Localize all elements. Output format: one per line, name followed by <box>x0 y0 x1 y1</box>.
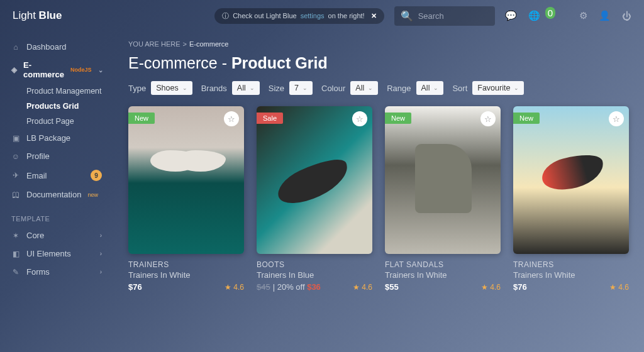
sidebar-icon: ✎ <box>11 268 20 277</box>
product-image: New ☆ <box>128 106 244 254</box>
close-icon[interactable]: ✕ <box>371 12 377 20</box>
filter-label: Type <box>128 84 146 93</box>
topbar: Light Blue ⓘ Check out Light Blue settin… <box>0 0 644 31</box>
search-icon: 🔍 <box>401 10 413 22</box>
product-card[interactable]: New ☆ TRAINERS Trainers In White $76 ★ 4… <box>128 106 244 292</box>
chevron-down-icon: ⌄ <box>514 85 519 91</box>
filter-select-range[interactable]: All⌄ <box>416 81 444 95</box>
filter-select-size[interactable]: 7⌄ <box>289 81 313 95</box>
sidebar: ⌂Dashboard◈E-commerceNodeJS⌄Product Mana… <box>0 31 113 352</box>
filter-select-brands[interactable]: All⌄ <box>232 81 260 95</box>
breadcrumb: YOU ARE HERE>E-commerce <box>128 40 629 48</box>
filter-label: Colour <box>321 84 345 93</box>
sidebar-item-documentation[interactable]: 🕮Documentationnew <box>0 185 113 204</box>
filter-label: Brands <box>201 84 227 93</box>
filter-select-sort[interactable]: Favourite⌄ <box>472 81 524 95</box>
notification-pill: ⓘ Check out Light Blue settings on the r… <box>214 8 384 24</box>
product-card[interactable]: New ☆ TRAINERS Trainers In White $76 ★ 4… <box>513 106 629 292</box>
sidebar-item-dashboard[interactable]: ⌂Dashboard <box>0 38 113 56</box>
product-card[interactable]: New ☆ FLAT SANDALS Trainers In White $55… <box>385 106 501 292</box>
filter-label: Range <box>387 84 411 93</box>
sidebar-icon: ✶ <box>11 231 20 240</box>
sidebar-item-email[interactable]: ✈Email9 <box>0 165 113 185</box>
chevron-down-icon: ⌄ <box>182 85 187 91</box>
product-grid: New ☆ TRAINERS Trainers In White $76 ★ 4… <box>128 106 629 292</box>
product-name: Trainers In White <box>128 270 244 280</box>
favorite-button[interactable]: ☆ <box>352 111 367 126</box>
product-tag: New <box>128 113 155 124</box>
product-name: Trainers In Blue <box>257 270 372 280</box>
product-rating: ★ 4.6 <box>481 283 501 292</box>
product-category: TRAINERS <box>128 260 244 269</box>
sidebar-sub-product-management[interactable]: Product Management <box>0 84 113 99</box>
info-icon: ⓘ <box>222 11 229 21</box>
product-tag: Sale <box>257 113 283 124</box>
chevron-down-icon: ⌄ <box>303 85 308 91</box>
page-title: E-commerce - Product Grid <box>128 54 629 72</box>
sidebar-sub-products-grid[interactable]: Products Grid <box>0 99 113 114</box>
filter-bar: TypeShoes⌄BrandsAll⌄Size7⌄ColourAll⌄Rang… <box>128 81 629 95</box>
product-image: Sale ☆ <box>257 106 372 254</box>
sidebar-item-forms[interactable]: ✎Forms› <box>0 263 113 281</box>
power-icon[interactable]: ⏻ <box>622 11 631 21</box>
product-category: BOOTS <box>257 260 372 269</box>
sidebar-sub-product-page[interactable]: Product Page <box>0 114 113 129</box>
sidebar-icon: ▣ <box>11 134 20 143</box>
filter-label: Sort <box>452 84 467 93</box>
product-category: TRAINERS <box>513 260 629 269</box>
sidebar-item-profile[interactable]: ☺Profile <box>0 147 113 165</box>
content: YOU ARE HERE>E-commerce E-commerce - Pro… <box>113 31 644 352</box>
chevron-right-icon: › <box>100 232 102 239</box>
chat-icon[interactable]: 💬 <box>505 10 517 21</box>
sidebar-icon: 🕮 <box>11 190 20 199</box>
chevron-down-icon: ⌄ <box>250 85 255 91</box>
sidebar-icon: ◈ <box>11 65 17 74</box>
product-tag: New <box>513 113 540 124</box>
search-input[interactable] <box>418 11 489 21</box>
chevron-right-icon: › <box>100 268 102 275</box>
product-tag: New <box>385 113 411 124</box>
sidebar-icon: ✈ <box>11 171 20 180</box>
product-rating: ★ 4.6 <box>609 283 629 292</box>
chevron-down-icon: ⌄ <box>433 85 438 91</box>
globe-icon[interactable]: 🌐0 <box>528 10 550 21</box>
favorite-button[interactable]: ☆ <box>609 111 624 126</box>
gear-icon[interactable]: ⚙ <box>579 10 587 21</box>
filter-select-type[interactable]: Shoes⌄ <box>151 81 192 95</box>
favorite-button[interactable]: ☆ <box>224 111 239 126</box>
search-box[interactable]: 🔍 <box>394 6 495 26</box>
notif-link[interactable]: settings <box>301 12 325 19</box>
chevron-down-icon: ⌄ <box>98 67 103 74</box>
chevron-right-icon: › <box>100 250 102 257</box>
filter-label: Size <box>269 84 284 93</box>
favorite-button[interactable]: ☆ <box>480 111 496 126</box>
product-name: Trainers In White <box>385 270 501 280</box>
product-category: FLAT SANDALS <box>385 260 501 269</box>
sidebar-icon: ☺ <box>11 152 20 161</box>
product-name: Trainers In White <box>513 270 629 280</box>
product-image: New ☆ <box>385 106 501 254</box>
sidebar-item-ui-elements[interactable]: ◧UI Elements› <box>0 245 113 263</box>
product-card[interactable]: Sale ☆ BOOTS Trainers In Blue $45| 20% o… <box>257 106 372 292</box>
product-rating: ★ 4.6 <box>353 283 372 292</box>
filter-select-colour[interactable]: All⌄ <box>350 81 378 95</box>
product-image: New ☆ <box>513 106 629 254</box>
sidebar-section-header: TEMPLATE <box>0 204 113 226</box>
count-badge: 9 <box>91 170 102 181</box>
sidebar-item-lb-package[interactable]: ▣LB Package <box>0 129 113 147</box>
chevron-down-icon: ⌄ <box>368 85 373 91</box>
product-rating: ★ 4.6 <box>225 283 244 292</box>
sidebar-item-e-commerce[interactable]: ◈E-commerceNodeJS⌄ <box>0 56 113 84</box>
sidebar-icon: ◧ <box>11 250 20 258</box>
sidebar-item-core[interactable]: ✶Core› <box>0 226 113 245</box>
sidebar-icon: ⌂ <box>11 43 20 52</box>
user-icon[interactable]: 👤 <box>599 10 611 21</box>
logo[interactable]: Light Blue <box>13 9 62 22</box>
